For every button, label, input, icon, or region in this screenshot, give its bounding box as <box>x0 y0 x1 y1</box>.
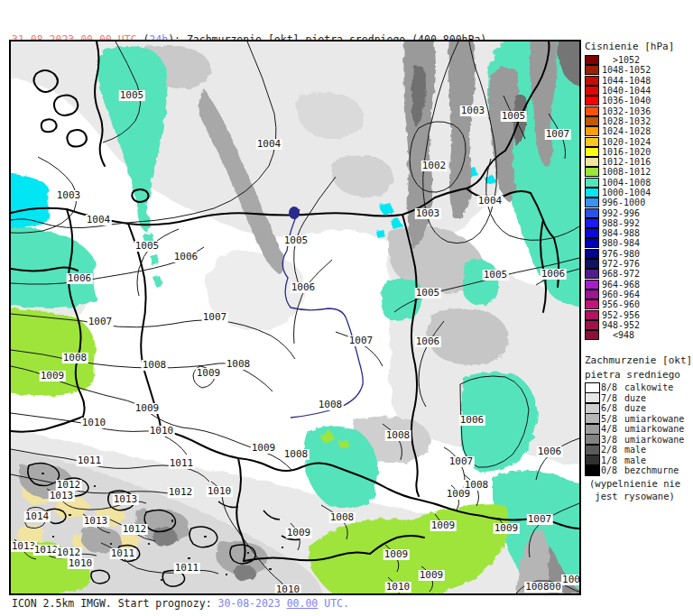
isobar-label: 1007 <box>348 336 374 346</box>
cloud-label: male <box>624 455 646 465</box>
cloud-swatch <box>585 382 600 393</box>
pressure-swatch <box>585 218 599 228</box>
weather-map: 1005100410031004100510061006100510061007… <box>9 40 581 595</box>
pressure-legend-row: 1024-1028 <box>585 126 693 136</box>
cloud-legend-row: 8/8calkowite <box>585 382 693 393</box>
cloud-fraction: 2/8 <box>601 445 624 455</box>
pressure-legend-row: 976-980 <box>585 249 693 259</box>
isobar-label: 1008 <box>329 512 356 523</box>
footer: ICON 2.5km IMGW. Start prognozy: 30-08-2… <box>12 597 349 610</box>
pressure-range-label: 964-968 <box>602 280 640 290</box>
pressure-range-label: 992-996 <box>602 208 640 218</box>
isobar-label: 1007 <box>202 312 228 323</box>
isobar-label: 1004 <box>477 196 504 207</box>
pressure-swatch <box>585 76 599 86</box>
isobar-label: 1013 <box>113 494 139 505</box>
cloud-swatch <box>585 424 600 435</box>
isobar-label: 1007 <box>527 514 553 525</box>
isobar-label: 1009 <box>286 528 312 538</box>
cloud-swatch <box>585 413 600 424</box>
pressure-swatch <box>585 178 599 188</box>
isobar-label: 1003 <box>56 190 82 201</box>
isobar-label: 1009 <box>419 570 445 581</box>
cloud-legend: Zachmurzenie [okt] pietra sredniego 8/8c… <box>585 354 693 502</box>
cloud-legend-title: Zachmurzenie [okt] <box>585 354 693 367</box>
run-date: 30-08-2023 <box>217 597 286 610</box>
isobar-label: 1009 <box>446 489 472 500</box>
pressure-swatch <box>585 299 599 309</box>
pressure-swatch <box>585 330 599 340</box>
isobar-label: 1008 <box>283 449 310 460</box>
pressure-legend-row: 948-952 <box>585 320 693 330</box>
pressure-legend-row: 972-976 <box>585 259 693 269</box>
cloud-label: duze <box>624 403 646 413</box>
pressure-legend-row: 1008-1012 <box>585 167 693 177</box>
pressure-swatch <box>585 320 599 330</box>
isobar-label: 1007 <box>545 129 571 140</box>
isobar-label: 100 <box>561 575 581 585</box>
pressure-legend-row: 1040-1044 <box>585 86 693 96</box>
pressure-range-label: 1016-1020 <box>602 147 651 157</box>
pressure-range-label: 1008-1012 <box>602 167 651 177</box>
pressure-legend-row: 1004-1008 <box>585 178 693 188</box>
pressure-legend-row: 964-968 <box>585 280 693 290</box>
pressure-legend-row: 1028-1032 <box>585 116 693 126</box>
pressure-legend-row: 1044-1048 <box>585 76 693 86</box>
cloud-swatch <box>585 392 600 403</box>
isobar-label: 1008 <box>142 360 168 371</box>
pressure-swatch <box>585 290 599 299</box>
cloud-fraction: 0/8 <box>601 465 624 475</box>
pressure-swatch <box>585 55 599 65</box>
isobar-label: 1006 <box>541 269 567 280</box>
pressure-range-label: 956-960 <box>602 299 640 309</box>
isobar-label: 1009 <box>251 443 277 454</box>
cloud-fraction: 6/8 <box>601 403 624 413</box>
pressure-legend-row: <948 <box>585 330 693 340</box>
pressure-swatch <box>585 208 599 218</box>
cloud-fraction: 4/8 <box>601 424 624 434</box>
cloud-legend-subtitle: pietra sredniego <box>585 369 693 381</box>
cloud-legend-note-line2: jest rysowane) <box>589 491 693 502</box>
isobar-label: 1010 <box>275 584 301 595</box>
pressure-legend-row: 952-956 <box>585 309 693 319</box>
cloud-label: umiarkowane <box>624 424 684 434</box>
cloud-label: umiarkowane <box>624 435 684 445</box>
pressure-range-label: 984-988 <box>602 228 640 238</box>
cloud-swatch <box>585 403 600 414</box>
pressure-range-label: 952-956 <box>602 310 640 320</box>
pressure-legend-row: 1048-1052 <box>585 65 693 75</box>
pressure-swatch <box>585 280 599 290</box>
cloud-label: duze <box>624 393 646 403</box>
pressure-range-label: 968-972 <box>602 269 640 279</box>
pressure-range-label: 980-984 <box>602 238 640 248</box>
pressure-swatch <box>585 259 599 269</box>
pressure-range-label: 1000-1004 <box>602 188 651 198</box>
pressure-swatch <box>585 137 599 147</box>
pressure-swatch <box>585 188 599 198</box>
pressure-range-label: 1032-1036 <box>602 106 651 116</box>
pressure-legend-row: 1012-1016 <box>585 157 693 167</box>
pressure-range-label: 960-964 <box>602 290 640 299</box>
pressure-legend-row: 968-972 <box>585 269 693 279</box>
pressure-range-label: 1012-1016 <box>602 157 651 167</box>
cloud-fraction: 1/8 <box>601 455 624 465</box>
isobar-label: 1013 <box>83 516 109 527</box>
isobar-label: 1003 <box>460 106 486 116</box>
pressure-swatch <box>585 65 599 75</box>
cloud-legend-row: 6/8duze <box>585 403 693 414</box>
cloud-fraction: 7/8 <box>601 393 624 403</box>
pressure-legend-row: 996-1000 <box>585 198 693 207</box>
pressure-swatch <box>585 228 599 238</box>
pressure-swatch <box>585 106 599 116</box>
pressure-range-label: 1028-1032 <box>602 116 651 126</box>
isobar-label: 1012 <box>168 487 194 498</box>
pressure-legend-row: 1020-1024 <box>585 136 693 146</box>
cloud-legend-note: (wypelnienie nie jest rysowane) <box>585 478 693 502</box>
pressure-range-label: 1036-1040 <box>602 96 651 106</box>
isobar-label: 1005 <box>134 241 161 252</box>
isobar-label: 100800 <box>524 582 562 593</box>
pressure-swatch <box>585 116 599 126</box>
pressure-range-label: <948 <box>602 330 634 340</box>
isobar-label: 1007 <box>448 456 475 467</box>
run-time: 00.00 <box>287 597 319 610</box>
